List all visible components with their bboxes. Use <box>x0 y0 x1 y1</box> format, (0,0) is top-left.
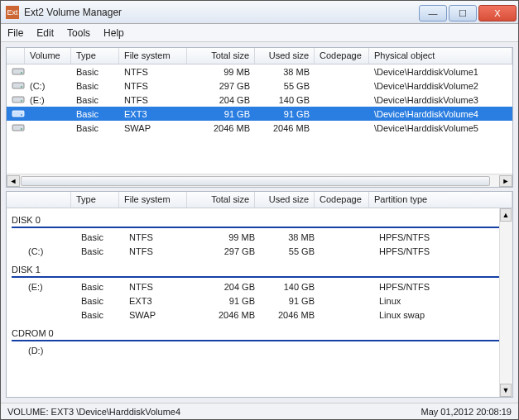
h-scrollbar[interactable]: ◄ ► <box>7 174 512 187</box>
maximize-button[interactable]: ☐ <box>449 5 477 21</box>
drive-icon <box>7 122 25 135</box>
scroll-track-v[interactable] <box>500 222 512 384</box>
col-type[interactable]: Type <box>71 48 119 64</box>
volume-rows: BasicNTFS99 MB38 MB\Device\HarddiskVolum… <box>7 64 512 174</box>
cell-used: 140 GB <box>260 281 320 295</box>
cell-ptype: HPFS/NTFS <box>374 231 507 246</box>
cell-codepage <box>315 127 369 129</box>
col-physical[interactable]: Physical object <box>369 48 512 64</box>
cell-vol: (D:) <box>12 345 76 359</box>
cell-total: 2046 MB <box>187 122 255 134</box>
disk-sections: DISK 0BasicNTFS99 MB38 MBHPFS/NTFS(C:)Ba… <box>7 208 512 364</box>
cell-used: 140 GB <box>255 94 315 106</box>
cell-volume <box>25 71 71 73</box>
cell-type: Basic <box>71 94 119 106</box>
cell-type: Basic <box>71 66 119 78</box>
col2-blank[interactable] <box>7 192 71 208</box>
partition-row[interactable]: BasicNTFS99 MB38 MBHPFS/NTFS <box>12 231 507 246</box>
volume-row[interactable]: BasicEXT391 GB91 GB\Device\HarddiskVolum… <box>7 107 512 121</box>
statusbar: VOLUME: EXT3 \Device\HarddiskVolume4 May… <box>1 403 518 419</box>
col2-ptype[interactable]: Partition type <box>369 192 512 208</box>
cell-fs: SWAP <box>124 309 192 323</box>
drive-icon <box>7 65 25 79</box>
cell-fs: SWAP <box>119 122 187 134</box>
scroll-down-icon[interactable]: ▼ <box>500 384 512 397</box>
col-filesystem[interactable]: File system <box>119 48 187 64</box>
partition-row[interactable]: BasicSWAP2046 MB2046 MBLinux swap <box>12 309 507 323</box>
volume-row[interactable]: BasicSWAP2046 MB2046 MB\Device\HarddiskV… <box>7 121 512 135</box>
disk-divider <box>12 227 507 228</box>
volume-list-header: Volume Type File system Total size Used … <box>7 48 512 64</box>
svg-point-1 <box>21 72 22 74</box>
cell-fs: NTFS <box>124 231 192 246</box>
menu-help[interactable]: Help <box>103 27 124 39</box>
svg-point-7 <box>21 114 22 116</box>
scroll-thumb[interactable] <box>21 176 490 186</box>
drive-icon <box>7 93 25 107</box>
scroll-right-icon[interactable]: ► <box>499 175 512 187</box>
app-icon: Ext <box>6 6 19 19</box>
cell-volume: (C:) <box>25 80 71 92</box>
partition-row[interactable]: BasicEXT391 GB91 GBLinux <box>12 295 507 309</box>
status-right: May 01,2012 20:08:19 <box>421 407 512 417</box>
disk-divider <box>12 276 507 278</box>
col-usedsize[interactable]: Used size <box>255 48 315 64</box>
disk-header[interactable]: CDROM 0 <box>12 323 507 338</box>
volume-row[interactable]: (E:)BasicNTFS204 GB140 GB\Device\Harddis… <box>7 93 512 107</box>
cell-total: 91 GB <box>192 295 260 309</box>
partition-row[interactable]: (E:)BasicNTFS204 GB140 GBHPFS/NTFS <box>12 281 507 295</box>
cell-cp <box>320 295 374 309</box>
cell-used: 91 GB <box>260 295 320 309</box>
cell-total <box>192 345 260 359</box>
cell-volume <box>25 113 71 115</box>
cell-cp <box>320 246 374 260</box>
cell-volume <box>25 127 71 129</box>
menubar: File Edit Tools Help <box>1 24 518 42</box>
col-icon[interactable] <box>7 48 25 64</box>
cell-type: Basic <box>71 80 119 92</box>
cell-codepage <box>315 71 369 73</box>
menu-file[interactable]: File <box>7 27 23 39</box>
scroll-up-icon[interactable]: ▲ <box>500 208 512 222</box>
cell-physical: \Device\HarddiskVolume5 <box>369 122 512 134</box>
cell-fs: NTFS <box>119 80 187 92</box>
partition-row[interactable]: (C:)BasicNTFS297 GB55 GBHPFS/NTFS <box>12 246 507 260</box>
minimize-button[interactable]: — <box>419 5 447 21</box>
cell-type: Basic <box>76 295 124 309</box>
partition-row[interactable]: (D:) <box>12 345 507 359</box>
col-volume[interactable]: Volume <box>25 48 71 64</box>
close-button[interactable]: X <box>478 5 517 21</box>
cell-type: Basic <box>76 246 124 260</box>
v-scrollbar[interactable]: ▲ ▼ <box>499 208 512 397</box>
disk-header[interactable]: DISK 1 <box>12 260 507 274</box>
volume-row[interactable]: (C:)BasicNTFS297 GB55 GB\Device\Harddisk… <box>7 79 512 93</box>
volume-row[interactable]: BasicNTFS99 MB38 MB\Device\HarddiskVolum… <box>7 64 512 79</box>
col2-used[interactable]: Used size <box>255 192 315 208</box>
cell-codepage <box>315 113 369 115</box>
cell-type: Basic <box>71 108 119 120</box>
svg-point-5 <box>21 100 22 102</box>
disk-detail-header: Type File system Total size Used size Co… <box>7 192 512 208</box>
svg-rect-0 <box>12 69 24 74</box>
cell-total: 99 MB <box>192 231 260 246</box>
cell-codepage <box>315 99 369 101</box>
disk-header[interactable]: DISK 0 <box>12 210 507 225</box>
cell-volume: (E:) <box>25 94 71 106</box>
scroll-left-icon[interactable]: ◄ <box>7 175 20 187</box>
col2-type[interactable]: Type <box>71 192 119 208</box>
menu-tools[interactable]: Tools <box>67 27 90 39</box>
drive-icon <box>7 79 25 93</box>
scroll-track[interactable] <box>20 175 499 187</box>
cell-vol <box>12 295 76 309</box>
col2-fs[interactable]: File system <box>119 192 187 208</box>
col2-cp[interactable]: Codepage <box>315 192 369 208</box>
cell-ptype <box>374 345 507 359</box>
titlebar[interactable]: Ext Ext2 Volume Manager — ☐ X <box>1 1 518 24</box>
cell-total: 99 MB <box>187 66 255 78</box>
col2-total[interactable]: Total size <box>187 192 255 208</box>
cell-ptype: Linux <box>374 295 507 309</box>
col-codepage[interactable]: Codepage <box>315 48 369 64</box>
cell-fs: NTFS <box>124 246 192 260</box>
col-totalsize[interactable]: Total size <box>187 48 255 64</box>
menu-edit[interactable]: Edit <box>36 27 54 39</box>
